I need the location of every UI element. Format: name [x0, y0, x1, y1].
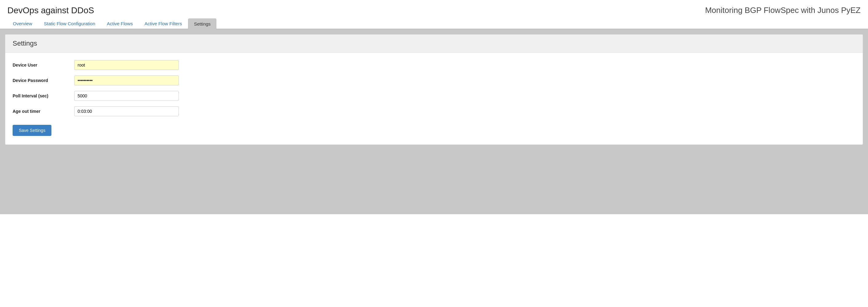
poll-interval-input[interactable]	[74, 91, 179, 101]
device-user-label: Device User	[12, 62, 74, 67]
device-user-row: Device User	[12, 60, 856, 70]
age-out-timer-input[interactable]	[74, 106, 179, 116]
settings-card: Settings Device User Device Password Pol…	[5, 34, 863, 145]
tab-active-flows[interactable]: Active Flows	[101, 19, 138, 29]
page-content: Settings Device User Device Password Pol…	[0, 29, 868, 214]
page-header: DevOps against DDoS Monitoring BGP FlowS…	[0, 0, 868, 19]
poll-interval-row: Poll Interval (sec)	[12, 91, 856, 101]
device-user-input[interactable]	[74, 60, 179, 70]
device-password-input[interactable]	[74, 76, 179, 85]
tab-overview[interactable]: Overview	[7, 19, 38, 29]
settings-form: Device User Device Password Poll Interva…	[5, 53, 863, 145]
device-password-row: Device Password	[12, 76, 856, 85]
device-password-label: Device Password	[12, 78, 74, 83]
subtitle: Monitoring BGP FlowSpec with Junos PyEZ	[705, 5, 861, 15]
age-out-timer-label: Age out timer	[12, 109, 74, 114]
nav-bar: Overview Static Flow Configuration Activ…	[0, 19, 868, 29]
settings-card-title: Settings	[12, 39, 856, 48]
app-title: DevOps against DDoS	[7, 5, 94, 16]
tab-active-flow-filters[interactable]: Active Flow Filters	[139, 19, 187, 29]
age-out-timer-row: Age out timer	[12, 106, 856, 116]
save-settings-button[interactable]: Save Settings	[12, 125, 52, 136]
tab-settings[interactable]: Settings	[188, 19, 216, 29]
tab-static-flow-configuration[interactable]: Static Flow Configuration	[38, 19, 101, 29]
poll-interval-label: Poll Interval (sec)	[12, 93, 74, 98]
settings-card-header: Settings	[5, 34, 863, 53]
